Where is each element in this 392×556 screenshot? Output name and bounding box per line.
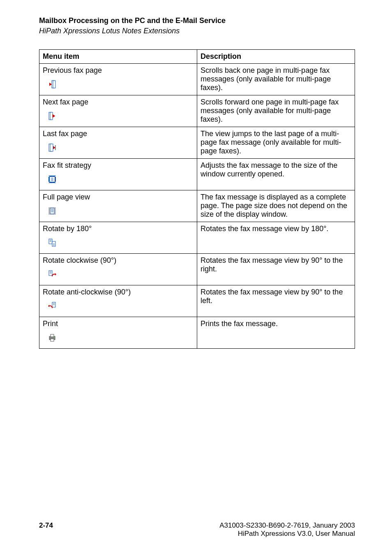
menu-item-label: Last fax page bbox=[43, 130, 194, 138]
menu-item-label: Rotate clockwise (90°) bbox=[43, 256, 194, 265]
prev-page-icon bbox=[48, 80, 57, 89]
table-row: Next fax page Scrolls forward one page i… bbox=[39, 95, 355, 127]
menu-item-label: Next fax page bbox=[43, 98, 194, 107]
menu-item-description: Scrolls back one page in multi-page fax … bbox=[197, 64, 355, 95]
menu-item-description: Adjusts the fax message to the size of t… bbox=[197, 159, 355, 190]
menu-items-table: Menu item Description Previous fax page bbox=[39, 49, 355, 349]
next-page-icon bbox=[48, 111, 57, 120]
menu-item-label: Rotate by 180° bbox=[43, 225, 194, 233]
print-icon bbox=[48, 333, 57, 342]
svg-rect-41 bbox=[51, 339, 54, 341]
menu-item-description: The fax message is displayed as a comple… bbox=[197, 190, 355, 222]
table-row: Fax fit strategy bbox=[39, 159, 355, 190]
column-header-description: Description bbox=[197, 50, 355, 64]
table-row: Last fax page The view jumps to the last… bbox=[39, 127, 355, 159]
table-row: Previous fax page Scrolls back one page … bbox=[39, 64, 355, 95]
svg-rect-8 bbox=[50, 144, 53, 151]
menu-item-label: Previous fax page bbox=[43, 66, 194, 75]
menu-item-label: Print bbox=[43, 320, 194, 328]
table-row: Rotate by 180° Rotates the fax message v… bbox=[39, 222, 355, 254]
svg-marker-34 bbox=[55, 273, 56, 276]
footer-doc-id: A31003-S2330-B690-2-7619, January 2003 bbox=[219, 521, 355, 530]
page-number: 2-74 bbox=[39, 521, 53, 538]
rotate-ccw-icon bbox=[48, 301, 57, 310]
menu-item-description: Rotates the fax message view by 90° to t… bbox=[197, 254, 355, 285]
menu-item-description: Scrolls forward one page in multi-page f… bbox=[197, 95, 355, 127]
menu-item-label: Rotate anti-clockwise (90°) bbox=[43, 288, 194, 297]
menu-item-description: Prints the fax message. bbox=[197, 317, 355, 349]
table-row: Rotate anti-clockwise (90°) Rotates the … bbox=[39, 285, 355, 317]
rotate-cw-icon bbox=[48, 270, 57, 279]
menu-item-label: Full page view bbox=[43, 193, 194, 202]
fit-strategy-icon bbox=[48, 175, 57, 184]
svg-rect-21 bbox=[50, 208, 54, 214]
page-title: Mailbox Processing on the PC and the E-M… bbox=[39, 16, 355, 25]
last-page-icon bbox=[48, 143, 57, 152]
page-footer: 2-74 A31003-S2330-B690-2-7619, January 2… bbox=[39, 521, 355, 538]
svg-marker-38 bbox=[48, 305, 49, 307]
full-page-icon bbox=[48, 206, 57, 215]
menu-item-description: Rotates the fax message view by 90° to t… bbox=[197, 285, 355, 317]
column-header-menu: Menu item bbox=[39, 50, 197, 64]
menu-item-description: The view jumps to the last page of a mul… bbox=[197, 127, 355, 159]
svg-rect-4 bbox=[50, 112, 53, 120]
svg-rect-1 bbox=[53, 81, 55, 88]
svg-marker-6 bbox=[53, 114, 55, 118]
rotate-180-icon bbox=[48, 238, 57, 247]
menu-item-label: Fax fit strategy bbox=[43, 161, 194, 170]
svg-point-42 bbox=[54, 337, 55, 338]
table-row: Rotate clockwise (90°) Rotates the fax m… bbox=[39, 254, 355, 285]
menu-item-description: Rotates the fax message view by 180°. bbox=[197, 222, 355, 254]
footer-doc-title: HiPath Xpressions V3.0, User Manual bbox=[219, 530, 355, 538]
table-row: Print Prints the fax message. bbox=[39, 317, 355, 349]
page-subtitle: HiPath Xpressions Lotus Notes Extensions bbox=[39, 27, 355, 35]
svg-rect-40 bbox=[51, 334, 54, 337]
table-row: Full page view The fax message is displa… bbox=[39, 190, 355, 222]
svg-marker-2 bbox=[49, 83, 52, 86]
